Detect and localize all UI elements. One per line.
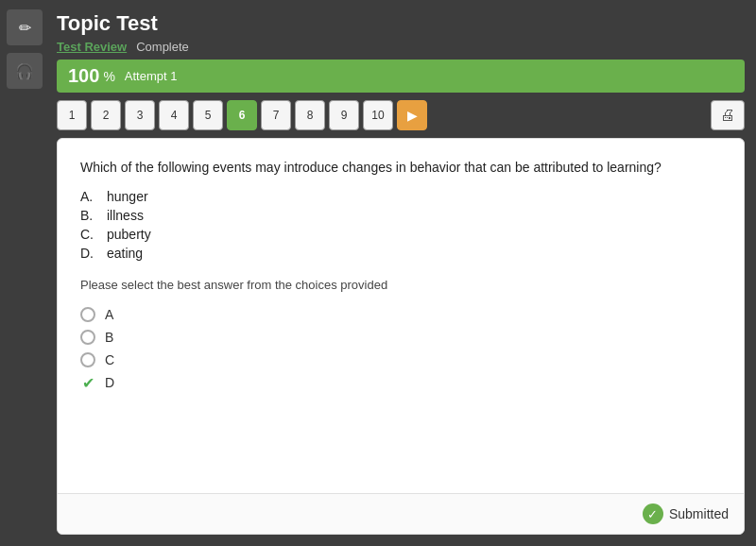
answer-item: A.hunger: [80, 187, 721, 206]
page-title: Topic Test: [57, 11, 745, 36]
answer-letter: A.: [80, 189, 99, 204]
choice-row-B[interactable]: B: [80, 330, 721, 345]
breadcrumb: Test Review Complete: [57, 40, 745, 54]
submitted-label: Submitted: [669, 506, 729, 521]
breadcrumb-test-review[interactable]: Test Review: [57, 40, 127, 54]
answer-text: hunger: [107, 189, 148, 204]
pencil-button[interactable]: ✏: [7, 9, 43, 45]
submitted-check-icon: ✓: [643, 503, 663, 524]
radio-circle: [80, 307, 95, 322]
nav-button-5[interactable]: 5: [193, 100, 223, 130]
answer-text: eating: [107, 246, 143, 261]
breadcrumb-complete: Complete: [136, 40, 189, 54]
headset-button[interactable]: 🎧: [7, 53, 43, 89]
choice-label: C: [105, 352, 114, 367]
answer-letter: C.: [80, 227, 99, 242]
choice-label: D: [105, 375, 114, 390]
answer-letter: D.: [80, 246, 99, 261]
choice-label: A: [105, 307, 113, 322]
answer-text: puberty: [107, 227, 151, 242]
answer-letter: B.: [80, 208, 99, 223]
answer-item: B.illness: [80, 206, 721, 225]
nav-button-1[interactable]: 1: [57, 100, 87, 130]
question-card: Which of the following events may introd…: [57, 138, 745, 535]
nav-button-4[interactable]: 4: [159, 100, 189, 130]
nav-button-8[interactable]: 8: [295, 100, 325, 130]
choices: ABC✔D: [80, 307, 721, 390]
headset-icon: 🎧: [15, 62, 34, 80]
radio-circle: [80, 330, 95, 345]
progress-percent: 100: [68, 65, 99, 87]
answer-text: illness: [107, 208, 144, 223]
choice-label: B: [105, 330, 113, 345]
submitted-badge: ✓ Submitted: [643, 503, 729, 524]
nav-button-3[interactable]: 3: [125, 100, 155, 130]
print-button[interactable]: 🖨: [711, 100, 745, 130]
answer-list: A.hungerB.illnessC.pubertyD.eating: [80, 187, 721, 263]
progress-pct-sign: %: [103, 69, 114, 84]
main-content: Topic Test Test Review Complete 100 % At…: [49, 0, 756, 546]
question-navigation: 12345678910▶ 🖨: [57, 100, 745, 130]
pencil-icon: ✏: [19, 19, 31, 37]
answer-item: D.eating: [80, 244, 721, 263]
progress-bar: 100 % Attempt 1: [57, 60, 745, 93]
sidebar: ✏ 🎧: [0, 0, 49, 546]
instruction-text: Please select the best answer from the c…: [80, 278, 721, 292]
nav-button-10[interactable]: 10: [363, 100, 393, 130]
choice-row-D[interactable]: ✔D: [80, 375, 721, 390]
radio-circle: [80, 352, 95, 367]
question-body: Which of the following events may introd…: [58, 139, 744, 493]
nav-button-2[interactable]: 2: [91, 100, 121, 130]
radio-checked-icon: ✔: [80, 375, 95, 390]
answer-item: C.puberty: [80, 225, 721, 244]
progress-attempt: Attempt 1: [125, 69, 178, 83]
choice-row-A[interactable]: A: [80, 307, 721, 322]
choice-row-C[interactable]: C: [80, 352, 721, 367]
nav-button-9[interactable]: 9: [329, 100, 359, 130]
nav-button-6[interactable]: 6: [227, 100, 257, 130]
header: Topic Test Test Review Complete: [57, 11, 745, 54]
nav-next-arrow[interactable]: ▶: [397, 100, 427, 130]
nav-buttons: 12345678910▶: [57, 100, 707, 130]
question-text: Which of the following events may introd…: [80, 158, 721, 178]
print-icon: 🖨: [720, 107, 735, 124]
question-footer: ✓ Submitted: [58, 493, 744, 534]
nav-button-7[interactable]: 7: [261, 100, 291, 130]
